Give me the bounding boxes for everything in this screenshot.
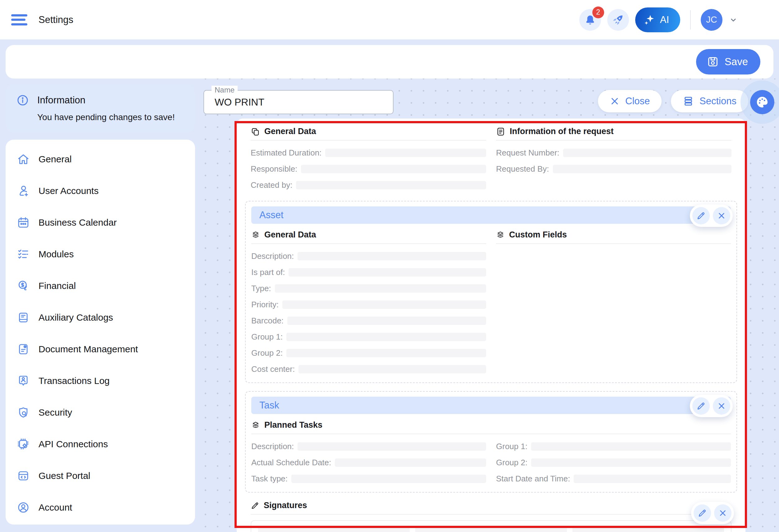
sections-button[interactable]: Sections [671,90,748,112]
edit-button[interactable] [692,207,710,224]
sidebar-item-label: Modules [39,249,74,260]
field-row: Type: [251,284,486,293]
edit-button[interactable] [692,397,710,415]
toolbar: Save [6,45,773,78]
sections-button-label: Sections [700,95,736,107]
close-button[interactable]: Close [598,90,662,112]
alert-title: Information [37,95,85,106]
task-left-column: Description: Actual Schedule Date: Task … [251,442,486,490]
name-field-value: WO PRINT [215,96,264,108]
field-placeholder [301,165,486,173]
sidebar-item-label: API Connections [39,439,108,450]
avatar[interactable]: JC [701,9,722,31]
sidebar-item-account[interactable]: Account [6,492,195,523]
section-title: Information of the request [510,127,614,136]
asset-block-actions [690,205,733,227]
asset-general-data-column: General Data Description: Is part of: Ty… [251,230,486,381]
copy-icon [251,127,260,136]
field-row: Created by: [251,180,486,190]
subsection-title: Planned Tasks [264,420,322,430]
asset-block[interactable]: Asset General Data Description: [245,201,737,383]
field-placeholder [286,333,486,341]
task-block[interactable]: Task Planned Tasks Description: [245,391,737,492]
field-row: Requested By: [496,164,731,174]
request-info-section: Information of the request Request Numbe… [496,127,731,196]
edit-button[interactable] [694,505,711,522]
sparkle-icon [643,14,656,26]
sidebar-item-guest-portal[interactable]: Guest Portal [6,460,195,492]
field-placeholder [282,301,486,309]
signatures-container: Accepted By Performed By Validated By [251,520,731,532]
task-right-column: Group 1: Group 2: Start Date and Time: [496,442,731,490]
signature-cell-validated-by: Validated By [573,527,724,532]
sidebar-item-label: Business Calendar [39,217,117,228]
remove-button[interactable] [714,505,731,522]
remove-button[interactable] [713,207,730,224]
field-placeholder [289,268,486,277]
field-row: Group 2: [251,348,486,358]
x-icon [718,509,727,518]
sidebar-item-label: Financial [39,281,76,291]
menu-icon[interactable] [11,13,27,27]
chevron-down-icon[interactable] [729,15,738,24]
asset-block-header[interactable]: Asset [251,206,731,224]
sidebar-item-auxiliary-catalogs[interactable]: Auxiliary Catalogs [6,302,195,333]
rocket-button[interactable] [607,9,629,31]
field-placeholder [325,149,486,157]
sidebar-item-security[interactable]: Security [6,397,195,428]
field-row: Actual Schedule Date: [251,458,486,467]
signature-cell-accepted-by: Accepted By [258,527,410,532]
field-placeholder [298,252,486,260]
save-button[interactable]: Save [696,49,760,74]
task-block-header[interactable]: Task [251,397,731,414]
shield-icon [17,406,30,419]
field-placeholder [291,475,486,483]
sidebar-menu: General User Accounts Business Calendar … [6,140,195,525]
palette-button[interactable] [750,90,774,114]
sidebar-item-general[interactable]: General [6,143,195,175]
field-row: Cost center: [251,364,486,374]
notifications-badge: 2 [592,6,604,18]
field-row: Group 1: [496,442,731,451]
rocket-icon [612,14,624,26]
sidebar-item-user-accounts[interactable]: User Accounts [6,175,195,207]
checklist-icon [17,248,30,261]
sidebar-item-financial[interactable]: Financial [6,270,195,302]
field-row: Is part of: [251,268,486,277]
section-title: Signatures [264,501,307,510]
sidebar: Information You have pending changes to … [6,84,195,525]
field-placeholder [335,458,486,467]
field-row: Responsible: [251,164,486,174]
signature-cell-performed-by: Performed By [415,527,567,532]
x-icon [717,211,726,220]
layers-icon [251,421,260,429]
document-clock-icon [17,343,30,356]
divider [690,10,691,29]
field-row: Group 2: [496,458,731,467]
sidebar-item-document-management[interactable]: Document Management [6,333,195,365]
user-circle-icon [17,501,30,514]
pencil-icon [697,211,706,220]
sidebar-item-modules[interactable]: Modules [6,239,195,270]
x-icon [717,401,726,411]
coin-icon [17,279,30,292]
sidebar-item-api-connections[interactable]: API Connections [6,428,195,460]
remove-button[interactable] [713,397,730,415]
field-placeholder [553,165,731,173]
sidebar-item-business-calendar[interactable]: Business Calendar [6,207,195,239]
close-icon [610,96,620,106]
task-block-actions [690,395,733,417]
notifications-button[interactable]: 2 [579,9,601,31]
column-title: General Data [264,230,316,240]
request-doc-icon [496,127,505,136]
calendar-icon [17,216,30,229]
sidebar-item-label: General [39,154,72,164]
sidebar-item-label: Guest Portal [39,471,91,481]
ai-button[interactable]: AI [635,7,680,32]
name-field-label: Name [212,86,238,94]
field-placeholder [531,442,731,451]
name-field[interactable]: Name WO PRINT [203,90,394,114]
signatures-block[interactable]: Signatures Accepted By Performed By Vali… [251,501,731,532]
sidebar-item-transactions-log[interactable]: Transactions Log [6,365,195,397]
field-placeholder [296,181,486,189]
